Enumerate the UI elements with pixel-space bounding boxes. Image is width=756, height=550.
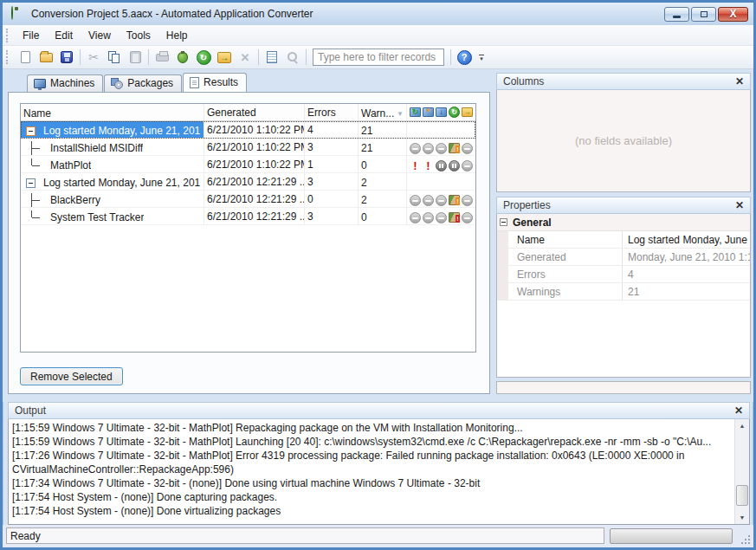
row-status-icons bbox=[407, 139, 475, 155]
log-line: [1:17:34 Windows 7 Ultimate - 32-bit - (… bbox=[12, 476, 731, 490]
error-exclamation-icon: ! bbox=[409, 160, 422, 171]
property-row[interactable]: Name Log started Monday, June bbox=[497, 231, 750, 249]
menu-grip bbox=[6, 29, 10, 42]
minimize-button[interactable] bbox=[664, 7, 689, 22]
menu-file[interactable]: File bbox=[15, 27, 47, 44]
copy-icon[interactable] bbox=[104, 48, 125, 67]
tab-label: Results bbox=[204, 76, 238, 88]
tab-label: Machines bbox=[50, 77, 94, 89]
menu-help[interactable]: Help bbox=[158, 27, 196, 44]
column-header-name[interactable]: Name bbox=[21, 104, 204, 120]
paste-icon[interactable] bbox=[125, 48, 145, 67]
column-header-warnings[interactable]: Warn... ▼ bbox=[359, 104, 407, 120]
menu-tools[interactable]: Tools bbox=[119, 27, 158, 44]
run-icon[interactable]: ↻ bbox=[448, 107, 461, 118]
title-bar: Conversion Project 5.aacx - Automated Ap… bbox=[3, 3, 753, 25]
print-icon[interactable] bbox=[152, 48, 172, 67]
grid-header-row: Name Generated Errors Warn... ▼ ↻ * ↓ ↻ bbox=[21, 104, 475, 121]
machine-capture-icon[interactable]: ↓ bbox=[435, 107, 448, 117]
menu-view[interactable]: View bbox=[81, 27, 119, 44]
tab-strip: Machines Packages Results bbox=[8, 73, 490, 92]
row-status-icons bbox=[407, 121, 475, 138]
row-errors: 3 bbox=[305, 173, 359, 190]
toolbar-overflow-button[interactable]: ▾ bbox=[476, 55, 487, 61]
package-build-icon[interactable] bbox=[172, 48, 193, 67]
remove-selected-button[interactable]: Remove Selected bbox=[20, 367, 123, 385]
row-status-icons: ! ! bbox=[407, 156, 475, 172]
sort-descending-icon: ▼ bbox=[397, 110, 404, 118]
row-name: Log started Monday, June 21, 201... bbox=[43, 125, 201, 137]
property-row[interactable]: Warnings 21 bbox=[497, 283, 750, 301]
collapse-toggle[interactable] bbox=[500, 218, 507, 226]
output-scrollbar[interactable]: ▲ ▼ bbox=[734, 419, 749, 524]
tab-results[interactable]: Results bbox=[183, 73, 247, 92]
export-package-icon[interactable]: → bbox=[214, 48, 235, 67]
menu-bar: File Edit View Tools Help bbox=[3, 25, 753, 46]
tab-packages[interactable]: Packages bbox=[104, 74, 182, 92]
row-generated: 6/21/2010 12:21:29 ... bbox=[204, 173, 305, 190]
toolbar: ✂ ↻ → ✕ ? ▾ bbox=[3, 46, 753, 69]
package-error-icon bbox=[448, 212, 461, 223]
close-button[interactable]: X bbox=[718, 7, 748, 22]
export-icon[interactable]: → bbox=[461, 107, 474, 117]
scroll-down-icon[interactable]: ▼ bbox=[740, 511, 746, 524]
run-conversion-icon[interactable]: ↻ bbox=[193, 48, 214, 67]
tree-line bbox=[31, 141, 43, 155]
row-generated: 6/21/2010 12:21:29 ... bbox=[204, 208, 305, 224]
filter-records-input[interactable] bbox=[313, 49, 444, 66]
collapse-toggle[interactable] bbox=[26, 126, 36, 136]
log-line: [1:17:54 Host System - (none)] Done virt… bbox=[12, 504, 731, 518]
open-project-icon[interactable] bbox=[36, 48, 56, 67]
property-label: Generated bbox=[508, 249, 623, 265]
minus-status-icon bbox=[435, 195, 448, 206]
resize-grip[interactable] bbox=[748, 542, 750, 544]
column-header-generated[interactable]: Generated bbox=[204, 104, 305, 120]
property-group-general[interactable]: General bbox=[497, 214, 750, 231]
collapse-toggle[interactable] bbox=[26, 178, 36, 188]
close-icon[interactable]: ✕ bbox=[735, 200, 744, 210]
minus-status-icon bbox=[461, 143, 474, 154]
tab-machines[interactable]: Machines bbox=[27, 74, 103, 92]
status-text: Ready bbox=[6, 527, 604, 544]
table-row[interactable]: System Test Tracker 6/21/2010 12:21:29 .… bbox=[21, 208, 475, 225]
machine-build-icon[interactable]: * bbox=[422, 107, 435, 117]
cut-icon[interactable]: ✂ bbox=[83, 48, 104, 67]
minus-status-icon bbox=[461, 195, 474, 206]
close-icon[interactable]: ✕ bbox=[734, 405, 743, 416]
properties-panel: Properties ✕ General Name Log started Mo… bbox=[496, 197, 751, 394]
report-icon[interactable] bbox=[262, 48, 282, 67]
property-value: 21 bbox=[623, 283, 750, 300]
output-log: [1:15:59 Windows 7 Ultimate - 32-bit - M… bbox=[9, 419, 734, 524]
close-icon[interactable]: ✕ bbox=[735, 76, 744, 87]
tab-control: Machines Packages Results Name Generated bbox=[8, 73, 490, 394]
results-tab-page: Name Generated Errors Warn... ▼ ↻ * ↓ ↻ bbox=[8, 92, 490, 394]
minus-status-icon bbox=[422, 212, 435, 223]
right-panels: Columns ✕ (no fields available) Properti… bbox=[496, 73, 751, 394]
machine-refresh-icon[interactable]: ↻ bbox=[409, 107, 422, 117]
table-row[interactable]: Log started Monday, June 21, 201... 6/21… bbox=[21, 173, 475, 191]
property-value: Monday, June 21, 2010 1:10 bbox=[623, 249, 750, 265]
table-row[interactable]: InstallShield MSIDiff 6/21/2010 1:10:22 … bbox=[21, 139, 475, 156]
scroll-up-icon[interactable]: ▲ bbox=[740, 419, 746, 432]
menu-edit[interactable]: Edit bbox=[47, 27, 81, 44]
search-icon[interactable] bbox=[282, 48, 303, 67]
panel-title: Columns bbox=[503, 75, 544, 87]
new-document-icon[interactable] bbox=[15, 48, 36, 67]
property-description-box bbox=[496, 381, 751, 394]
package-warning-icon bbox=[448, 195, 461, 205]
table-row[interactable]: Log started Monday, June 21, 201... 6/21… bbox=[21, 121, 475, 139]
row-name: System Test Tracker bbox=[50, 211, 144, 223]
save-project-icon[interactable] bbox=[56, 48, 77, 67]
column-header-errors[interactable]: Errors bbox=[305, 104, 359, 120]
output-body: [1:15:59 Windows 7 Ultimate - 32-bit - M… bbox=[8, 419, 750, 525]
property-row[interactable]: Errors 4 bbox=[497, 266, 750, 283]
property-row[interactable]: Generated Monday, June 21, 2010 1:10 bbox=[497, 249, 750, 266]
help-icon[interactable]: ? bbox=[454, 48, 475, 67]
scrollbar-thumb[interactable] bbox=[736, 485, 748, 506]
property-label: Name bbox=[508, 231, 623, 248]
table-row[interactable]: MathPlot 6/21/2010 1:10:22 PM 1 0 ! ! bbox=[21, 156, 475, 173]
restore-button[interactable] bbox=[691, 7, 716, 22]
table-row[interactable]: BlackBerry 6/21/2010 12:21:29 ... 0 2 bbox=[21, 191, 475, 208]
app-icon bbox=[11, 7, 24, 21]
stop-icon[interactable]: ✕ bbox=[235, 48, 255, 67]
